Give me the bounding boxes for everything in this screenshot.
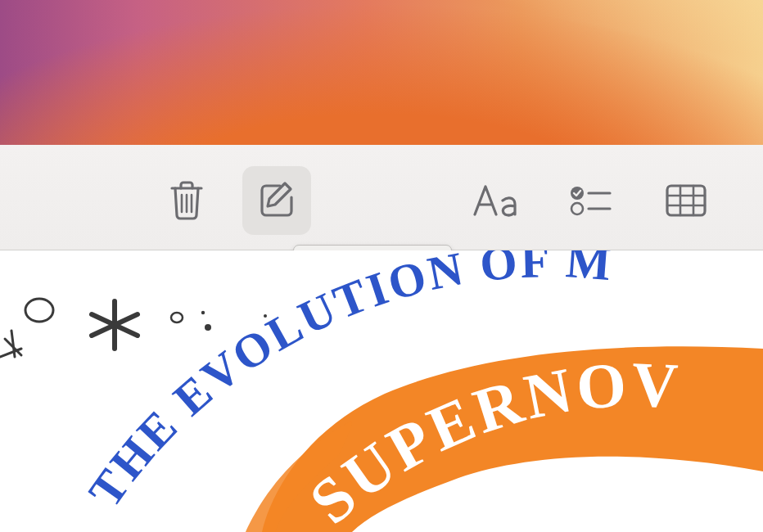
svg-point-8 [205, 324, 211, 331]
note-canvas[interactable]: THE EVOLUTION OF M SUPERNOV [0, 250, 763, 532]
checklist-button[interactable] [557, 166, 625, 235]
table-button[interactable] [652, 166, 720, 235]
checklist-icon [569, 183, 613, 218]
svg-rect-2 [667, 186, 705, 215]
app-window: Create a note [0, 0, 763, 532]
compose-icon [256, 180, 297, 221]
toolbar [0, 145, 763, 250]
new-note-button[interactable] [242, 166, 311, 235]
text-format-button[interactable] [462, 166, 530, 235]
desktop-wallpaper [0, 0, 763, 145]
table-icon [665, 183, 707, 218]
text-format-icon [472, 182, 521, 219]
delete-button[interactable] [152, 166, 221, 235]
trash-icon [167, 179, 206, 222]
svg-point-3 [25, 299, 53, 322]
svg-point-1 [571, 203, 583, 214]
doodle-stars [0, 299, 267, 357]
svg-point-7 [171, 313, 183, 322]
note-drawing: THE EVOLUTION OF M SUPERNOV [0, 250, 763, 532]
svg-point-9 [201, 311, 205, 314]
